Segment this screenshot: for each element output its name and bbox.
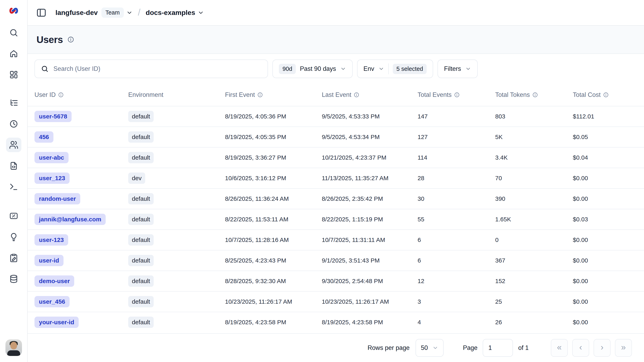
sidebar-item-prompts[interactable] (6, 159, 21, 173)
user-avatar[interactable] (6, 339, 22, 356)
environment-badge: default (128, 296, 154, 307)
table-row[interactable]: random-user default 8/26/2025, 11:36:24 … (28, 188, 644, 209)
table-row[interactable]: 456 default 8/19/2025, 4:05:35 PM 9/5/20… (28, 127, 644, 147)
user-id-badge[interactable]: random-user (34, 193, 80, 204)
project-switcher-chevron-down-icon[interactable] (198, 10, 204, 16)
total-cost-cell: $0.00 (573, 278, 637, 284)
column-label: Total Tokens (495, 91, 530, 99)
total-cost-cell: $0.00 (573, 298, 637, 305)
user-id-badge[interactable]: 456 (34, 131, 54, 143)
first-page-button[interactable]: « (551, 339, 568, 357)
rows-per-page-select[interactable]: 50 (416, 339, 444, 357)
page-title-info-icon[interactable] (67, 36, 74, 43)
total-events-cell: 55 (418, 216, 495, 223)
user-id-badge[interactable]: user-5678 (34, 111, 72, 122)
user-id-badge[interactable]: user_456 (34, 296, 70, 307)
total-tokens-cell: 0 (495, 236, 573, 243)
filters-button[interactable]: Filters (438, 60, 478, 78)
langfuse-logo-icon[interactable] (8, 5, 20, 16)
search-input[interactable] (54, 65, 262, 73)
date-range-button[interactable]: 90d Past 90 days (272, 60, 353, 78)
sidebar-item-tracing[interactable] (6, 96, 21, 110)
last-event-cell: 8/26/2025, 2:35:42 PM (322, 195, 418, 202)
sidebar-item-datasets[interactable] (6, 272, 21, 286)
last-event-cell: 10/21/2025, 4:23:37 PM (322, 154, 418, 161)
breadcrumb-project[interactable]: docs-examples (146, 9, 195, 17)
table-row[interactable]: user-5678 default 8/19/2025, 4:05:36 PM … (28, 106, 644, 127)
user-id-badge[interactable]: your-user-id (34, 317, 79, 328)
environment-badge: default (128, 214, 154, 225)
environment-filter-chevron-down-icon (378, 66, 384, 72)
sidebar-group-top (6, 26, 21, 82)
total-events-cell: 28 (418, 175, 495, 182)
sidebar-item-evals[interactable] (6, 230, 21, 244)
environment-badge: default (128, 255, 154, 266)
user-id-badge[interactable]: user-id (34, 255, 64, 266)
sidebar-item-playground[interactable] (6, 180, 21, 194)
user-id-badge[interactable]: demo-user (34, 275, 74, 287)
filters-chevron-down-icon (465, 66, 471, 72)
sidebar-item-home[interactable] (6, 47, 21, 61)
table-row[interactable]: user-abc default 8/19/2025, 3:36:27 PM 1… (28, 147, 644, 168)
table-row[interactable]: user-id default 8/25/2025, 4:23:43 PM 9/… (28, 250, 644, 271)
table-row[interactable]: user_123 dev 10/6/2025, 3:16:12 PM 11/13… (28, 168, 644, 188)
page-number-input[interactable] (483, 339, 513, 357)
previous-page-button[interactable]: ‹ (572, 339, 589, 357)
user-id-badge[interactable]: jannik@langfuse.com (34, 214, 106, 225)
total-events-cell: 4 (418, 319, 495, 326)
sidebar-item-search[interactable] (6, 26, 21, 40)
user-id-badge[interactable]: user_123 (34, 173, 70, 184)
total-cost-cell: $0.00 (573, 195, 637, 202)
pagination-footer: Rows per page 50 Page of 1 « ‹ › » (28, 333, 644, 362)
table-column-header[interactable]: Total Tokens (495, 91, 573, 99)
last-event-cell: 10/23/2025, 11:26:17 AM (322, 298, 418, 305)
content-area: 90d Past 90 days Env 5 selected Filters … (28, 54, 644, 362)
environment-badge: default (128, 234, 154, 246)
table-column-header[interactable]: Last Event (322, 91, 418, 99)
last-page-button[interactable]: » (615, 339, 632, 357)
column-info-icon[interactable] (454, 92, 460, 98)
table-column-header[interactable]: Total Events (418, 91, 495, 99)
table-column-header[interactable]: First Event (225, 91, 322, 99)
page-label: Page (463, 344, 478, 351)
column-info-icon[interactable] (354, 92, 359, 98)
breadcrumb-org[interactable]: langfuse-dev (56, 9, 98, 17)
user-id-badge[interactable]: user-123 (34, 234, 68, 246)
sidebar-item-sessions[interactable] (6, 117, 21, 131)
column-info-icon[interactable] (257, 92, 263, 98)
column-info-icon[interactable] (603, 92, 609, 98)
table-column-header[interactable]: Total Cost (573, 91, 637, 99)
sidebar-item-scores[interactable] (6, 209, 21, 223)
total-cost-cell: $0.00 (573, 236, 637, 243)
rows-per-page-value: 50 (421, 344, 428, 351)
sidebar-item-dashboards[interactable] (6, 67, 21, 82)
environment-selected-badge: 5 selected (393, 64, 427, 74)
total-events-cell: 6 (418, 257, 495, 264)
first-event-cell: 10/7/2025, 11:28:16 AM (225, 236, 322, 243)
last-event-cell: 8/22/2025, 1:15:19 PM (322, 216, 418, 223)
sidebar-item-annotation[interactable] (6, 251, 21, 265)
page-header: Users (28, 26, 644, 54)
table-row[interactable]: demo-user default 8/28/2025, 9:32:30 AM … (28, 271, 644, 291)
last-event-cell: 9/1/2025, 3:51:43 PM (322, 257, 418, 264)
org-switcher-chevron-down-icon[interactable] (126, 10, 133, 16)
table-row[interactable]: user_456 default 10/23/2025, 11:26:17 AM… (28, 291, 644, 312)
user-id-badge[interactable]: user-abc (34, 152, 68, 163)
rows-per-page-label: Rows per page (368, 344, 410, 351)
sidebar-toggle-icon[interactable] (36, 8, 46, 18)
environment-badge: default (128, 152, 154, 163)
app-window: langfuse-dev Team / docs-examples Users … (0, 0, 644, 362)
sidebar-item-users[interactable] (6, 138, 21, 152)
column-info-icon[interactable] (58, 92, 64, 98)
table-row[interactable]: user-123 default 10/7/2025, 11:28:16 AM … (28, 229, 644, 250)
total-cost-cell: $112.01 (573, 113, 637, 120)
table-column-header[interactable]: User ID (34, 91, 128, 99)
table-row[interactable]: your-user-id default 8/19/2025, 4:23:58 … (28, 312, 644, 332)
search-box[interactable] (34, 60, 268, 78)
column-info-icon[interactable] (532, 92, 538, 98)
table-row[interactable]: jannik@langfuse.com default 8/22/2025, 1… (28, 209, 644, 229)
table-column-header[interactable]: Environment (128, 91, 225, 99)
first-event-cell: 10/6/2025, 3:16:12 PM (225, 175, 322, 182)
environment-filter-button[interactable]: Env 5 selected (357, 60, 433, 78)
next-page-button[interactable]: › (594, 339, 610, 357)
